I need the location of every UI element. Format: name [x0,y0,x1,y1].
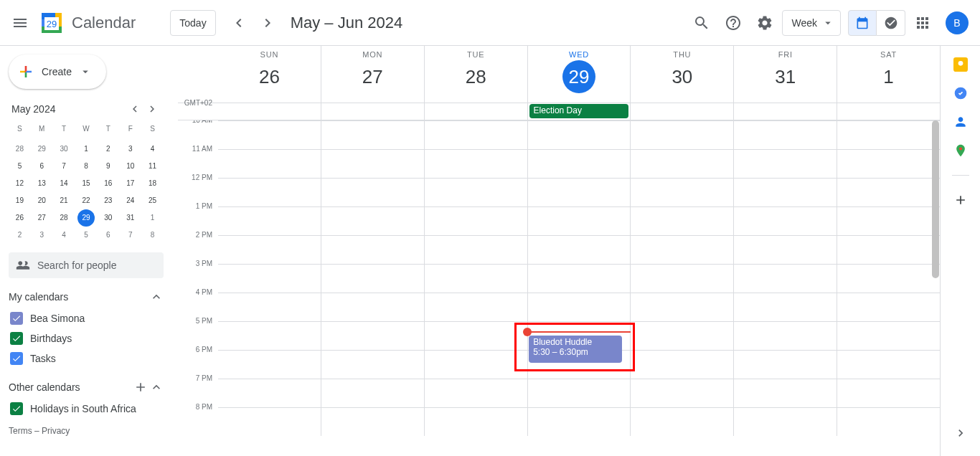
checkbox[interactable] [10,352,23,365]
time-cell[interactable] [733,207,837,235]
mini-day[interactable]: 7 [55,158,72,175]
time-cell[interactable] [630,121,733,149]
time-cell[interactable] [321,265,424,293]
time-cell[interactable] [527,379,631,407]
calendar-item[interactable]: Bea Simona [9,308,164,328]
mini-day[interactable]: 8 [144,227,161,244]
day-header[interactable]: FRI31 [733,46,837,103]
time-cell[interactable] [218,179,321,206]
mini-day[interactable]: 31 [122,209,139,227]
event-block[interactable]: Bluedot Huddle5:30 – 6:30pm [529,336,622,363]
time-cell[interactable] [527,150,631,178]
main-menu-button[interactable] [6,9,34,37]
mini-day[interactable]: 29 [77,209,95,227]
time-cell[interactable] [424,150,527,178]
mini-day[interactable]: 18 [144,175,161,192]
time-cell[interactable] [837,293,940,321]
time-cell[interactable] [837,207,940,235]
add-addon-icon[interactable] [953,193,968,207]
my-calendars-header[interactable]: My calendars [9,290,164,304]
time-cell[interactable] [218,351,321,379]
search-people-input[interactable]: Search for people [9,252,164,278]
day-header[interactable]: WED29 [527,46,631,103]
settings-button[interactable] [750,9,779,37]
time-cell[interactable] [837,179,940,206]
mini-day[interactable]: 30 [55,141,72,158]
mini-day[interactable]: 22 [77,192,95,209]
time-cell[interactable] [424,408,527,436]
checkbox[interactable] [10,402,23,415]
maps-icon[interactable] [953,143,968,158]
time-cell[interactable] [424,179,527,206]
allday-cell[interactable] [733,103,837,120]
day-header[interactable]: MON27 [321,46,424,103]
time-cell[interactable] [527,207,631,235]
checkbox[interactable] [10,332,23,345]
time-cell[interactable] [733,351,837,379]
mini-day[interactable]: 5 [77,227,95,244]
time-cell[interactable] [837,379,940,407]
next-week-button[interactable] [253,9,282,37]
mini-day[interactable]: 5 [11,158,28,175]
mini-day[interactable]: 23 [100,192,117,209]
time-cell[interactable] [527,265,631,293]
time-cell[interactable] [527,408,631,436]
time-cell[interactable] [321,351,424,379]
time-cell[interactable] [837,322,940,350]
date-number[interactable]: 31 [769,60,802,93]
time-cell[interactable] [630,322,733,350]
time-cell[interactable] [630,351,733,379]
time-cell[interactable] [527,121,631,149]
time-cell[interactable] [837,121,940,149]
time-cell[interactable] [630,207,733,235]
tasks-icon[interactable] [953,86,968,100]
date-number[interactable]: 28 [459,60,492,93]
time-cell[interactable] [630,408,733,436]
mini-day[interactable]: 3 [122,141,139,158]
date-number[interactable]: 26 [253,60,286,93]
mini-day[interactable]: 14 [55,175,72,192]
time-cell[interactable] [218,121,321,149]
allday-cell[interactable]: Election Day [527,103,631,120]
mini-day[interactable]: 12 [11,175,28,192]
time-cell[interactable] [218,236,321,264]
time-cell[interactable] [321,179,424,206]
mini-day[interactable]: 15 [77,175,95,192]
mini-day[interactable]: 25 [144,192,161,209]
time-cell[interactable] [424,379,527,407]
scrollbar[interactable] [931,120,940,456]
time-cell[interactable] [424,322,527,350]
time-cell[interactable] [321,121,424,149]
mini-day[interactable]: 1 [144,209,161,227]
checkbox[interactable] [10,312,23,325]
mini-prev-button[interactable] [126,100,143,118]
date-number[interactable]: 27 [356,60,389,93]
mini-day[interactable]: 13 [33,175,50,192]
time-cell[interactable] [733,379,837,407]
allday-cell[interactable] [837,103,940,120]
time-cell[interactable] [837,265,940,293]
mini-day[interactable]: 30 [100,209,117,227]
time-cell[interactable] [321,293,424,321]
mini-day[interactable]: 29 [33,141,50,158]
time-cell[interactable] [733,179,837,206]
account-avatar[interactable]: B [946,11,969,34]
mini-day[interactable]: 20 [33,192,50,209]
tasks-panel-button[interactable] [877,10,905,36]
time-cell[interactable] [837,150,940,178]
mini-day[interactable]: 11 [144,158,161,175]
allday-event[interactable]: Election Day [529,104,629,118]
time-cell[interactable] [630,150,733,178]
time-cell[interactable] [218,379,321,407]
mini-day[interactable]: 24 [122,192,139,209]
date-number[interactable]: 30 [666,60,699,93]
day-header[interactable]: TUE28 [424,46,527,103]
time-grid[interactable]: 10 AM11 AM12 PM1 PM2 PM3 PM4 PM5 PM6 PM7… [178,120,940,456]
time-cell[interactable] [218,408,321,436]
mini-next-button[interactable] [143,100,161,118]
time-cell[interactable] [424,293,527,321]
allday-cell[interactable] [424,103,527,120]
today-button[interactable]: Today [170,10,215,36]
time-cell[interactable] [733,121,837,149]
allday-cell[interactable] [321,103,424,120]
